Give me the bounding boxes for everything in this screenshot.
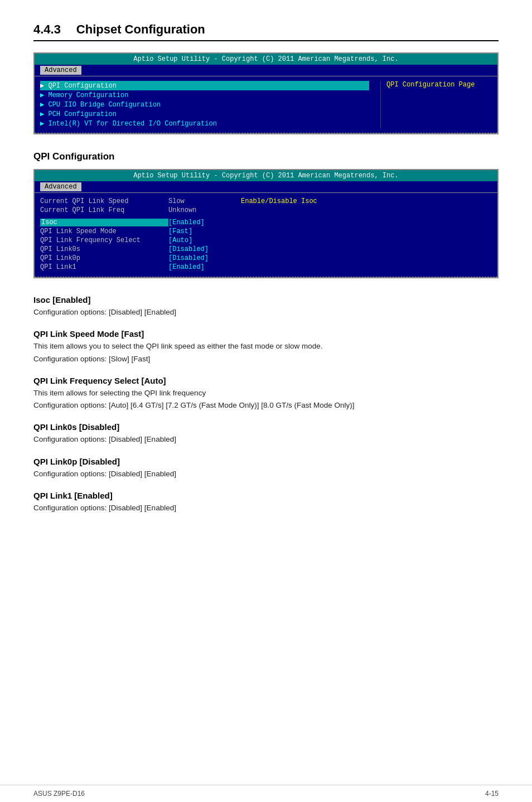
chipset-bios-header: Aptio Setup Utility - Copyright (C) 2011… [35, 54, 497, 65]
qpi-label-freq-select: QPI Link Frequency Select [40, 236, 168, 244]
config-section-qpi-link-frequency-select: QPI Link Frequency Select [Auto]This ite… [33, 376, 499, 412]
chipset-menu-item-3[interactable]: ▶ PCH Configuration [40, 109, 369, 119]
qpi-row-link0p[interactable]: QPI Link0p [Disabled] [40, 254, 492, 262]
config-text-isoc-0: Configuration options: [Disabled] [Enabl… [33, 307, 499, 318]
config-text-qpi-link0s-0: Configuration options: [Disabled] [Enabl… [33, 434, 499, 445]
qpi-help-text: Enable/Disable Isoc [241, 197, 492, 205]
qpi-value-speed-mode: [Fast] [168, 228, 241, 235]
qpi-label-link0s: QPI Link0s [40, 245, 168, 253]
config-section-qpi-link-speed-mode: QPI Link Speed Mode [Fast]This item allo… [33, 329, 499, 365]
qpi-value-link-freq: Unknown [168, 206, 241, 214]
qpi-help-link0s [241, 245, 492, 253]
config-text-qpi-link1-0: Configuration options: [Disabled] [Enabl… [33, 503, 499, 514]
qpi-row-link1[interactable]: QPI Link1 [Enabled] [40, 263, 492, 271]
config-heading-qpi-link0s: QPI Link0s [Disabled] [33, 422, 499, 432]
config-section-qpi-link0s: QPI Link0s [Disabled]Configuration optio… [33, 422, 499, 445]
qpi-bios-screen: Aptio Setup Utility - Copyright (C) 2011… [33, 169, 499, 278]
qpi-label-link1: QPI Link1 [40, 263, 168, 271]
qpi-value-link0p: [Disabled] [168, 254, 241, 262]
chipset-menu-item-4[interactable]: ▶ Intel(R) VT for Directed I/O Configura… [40, 119, 369, 128]
qpi-value-link-speed: Slow [168, 197, 241, 205]
chipset-bios-screen: Aptio Setup Utility - Copyright (C) 2011… [33, 52, 499, 134]
qpi-value-freq-select: [Auto] [168, 236, 241, 244]
config-text-qpi-link-speed-mode-1: Configuration options: [Slow] [Fast] [33, 354, 499, 365]
qpi-label-link-speed: Current QPI Link Speed [40, 197, 168, 205]
qpi-row-freq-select[interactable]: QPI Link Frequency Select [Auto] [40, 236, 492, 244]
chipset-bios-body: ▶ QPI Configuration ▶ Memory Configurati… [35, 76, 497, 133]
config-heading-qpi-link1: QPI Link1 [Enabled] [33, 491, 499, 500]
config-section-isoc: Isoc [Enabled]Configuration options: [Di… [33, 295, 499, 318]
footer-right: 4-15 [485, 790, 499, 798]
qpi-bios-header: Aptio Setup Utility - Copyright (C) 2011… [35, 170, 497, 181]
config-section-qpi-link1: QPI Link1 [Enabled]Configuration options… [33, 491, 499, 514]
qpi-help-link0p [241, 254, 492, 262]
qpi-row-link0s[interactable]: QPI Link0s [Disabled] [40, 245, 492, 253]
qpi-help-link1 [241, 263, 492, 271]
qpi-help-freq-select [241, 236, 492, 244]
qpi-label-link0p: QPI Link0p [40, 254, 168, 262]
qpi-help-speed-mode [241, 228, 492, 235]
chipset-menu-item-2[interactable]: ▶ CPU IIO Bridge Configuration [40, 100, 369, 109]
chipset-menu-left: ▶ QPI Configuration ▶ Memory Configurati… [40, 81, 380, 128]
config-section-qpi-link0p: QPI Link0p [Disabled]Configuration optio… [33, 457, 499, 480]
qpi-value-link0s: [Disabled] [168, 245, 241, 253]
config-heading-qpi-link0p: QPI Link0p [Disabled] [33, 457, 499, 466]
qpi-value-link1: [Enabled] [168, 263, 241, 271]
qpi-bios-tab-bar: Advanced [35, 181, 497, 193]
config-text-qpi-link-frequency-select-1: Configuration options: [Auto] [6.4 GT/s]… [33, 400, 499, 411]
footer-left: ASUS Z9PE-D16 [33, 790, 85, 798]
config-items-container: Isoc [Enabled]Configuration options: [Di… [33, 295, 499, 514]
chipset-bios-tab-bar: Advanced [35, 65, 497, 76]
page-footer: ASUS Z9PE-D16 4-15 [0, 785, 532, 802]
config-text-qpi-link-speed-mode-0: This item allows you to select the QPI l… [33, 341, 499, 352]
chipset-menu-item-0[interactable]: ▶ QPI Configuration [40, 81, 369, 90]
chipset-menu-item-1[interactable]: ▶ Memory Configuration [40, 90, 369, 100]
qpi-help-isoc [241, 219, 492, 226]
config-heading-qpi-link-speed-mode: QPI Link Speed Mode [Fast] [33, 329, 499, 339]
chipset-advanced-tab[interactable]: Advanced [40, 66, 81, 75]
qpi-row-link-speed: Current QPI Link Speed Slow Enable/Disab… [40, 197, 492, 205]
config-text-qpi-link-frequency-select-0: This item allows for selecting the QPI l… [33, 388, 499, 399]
section-number: 4.4.3 [33, 22, 61, 36]
qpi-section-title: QPI Configuration [33, 151, 499, 162]
config-text-qpi-link0p-0: Configuration options: [Disabled] [Enabl… [33, 468, 499, 480]
qpi-value-isoc: [Enabled] [168, 219, 241, 226]
qpi-row-isoc[interactable]: Isoc [Enabled] [40, 219, 492, 226]
qpi-label-speed-mode: QPI Link Speed Mode [40, 228, 168, 235]
qpi-row-speed-mode[interactable]: QPI Link Speed Mode [Fast] [40, 228, 492, 235]
qpi-bios-body: Current QPI Link Speed Slow Enable/Disab… [35, 193, 497, 277]
config-heading-isoc: Isoc [Enabled] [33, 295, 499, 305]
qpi-label-isoc: Isoc [40, 219, 168, 226]
config-heading-qpi-link-frequency-select: QPI Link Frequency Select [Auto] [33, 376, 499, 385]
qpi-advanced-tab[interactable]: Advanced [40, 182, 81, 191]
qpi-help-empty [241, 206, 492, 214]
chipset-help-text: QPI Configuration Page [380, 81, 492, 128]
qpi-label-link-freq: Current QPI Link Freq [40, 206, 168, 214]
section-title: Chipset Configuration [76, 22, 205, 36]
qpi-row-link-freq: Current QPI Link Freq Unknown [40, 206, 492, 214]
